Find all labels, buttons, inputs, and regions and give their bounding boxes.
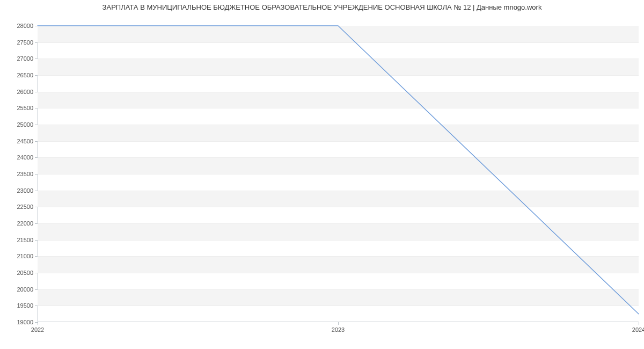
y-tick-label: 25500 [17,105,38,111]
plot-area: 1900019500200002050021000215002200022500… [38,26,639,322]
chart-title: ЗАРПЛАТА В МУНИЦИПАЛЬНОЕ БЮДЖЕТНОЕ ОБРАЗ… [0,3,644,11]
x-tick-label: 2023 [332,322,345,333]
y-tick-label: 20500 [17,270,38,276]
y-tick-label: 20000 [17,286,38,293]
x-tick-label: 2024 [632,322,644,333]
series-line [38,26,639,314]
x-tick-label: 2022 [31,322,44,333]
y-tick-label: 26500 [17,72,38,78]
y-tick-label: 26000 [17,89,38,95]
y-tick-label: 19500 [17,302,38,309]
y-tick-label: 23000 [17,187,38,194]
y-tick-label: 24500 [17,138,38,144]
y-tick-label: 25000 [17,121,38,128]
y-tick-label: 27000 [17,55,38,62]
y-tick-label: 27500 [17,39,38,46]
y-tick-label: 24000 [17,154,38,161]
chart-container: ЗАРПЛАТА В МУНИЦИПАЛЬНОЕ БЮДЖЕТНОЕ ОБРАЗ… [0,0,644,349]
y-tick-label: 21500 [17,237,38,243]
y-tick-label: 23500 [17,171,38,177]
y-tick-label: 21000 [17,253,38,259]
line-layer [38,26,639,322]
y-tick-label: 22000 [17,220,38,227]
y-tick-label: 28000 [17,23,38,29]
y-tick-label: 22500 [17,203,38,210]
